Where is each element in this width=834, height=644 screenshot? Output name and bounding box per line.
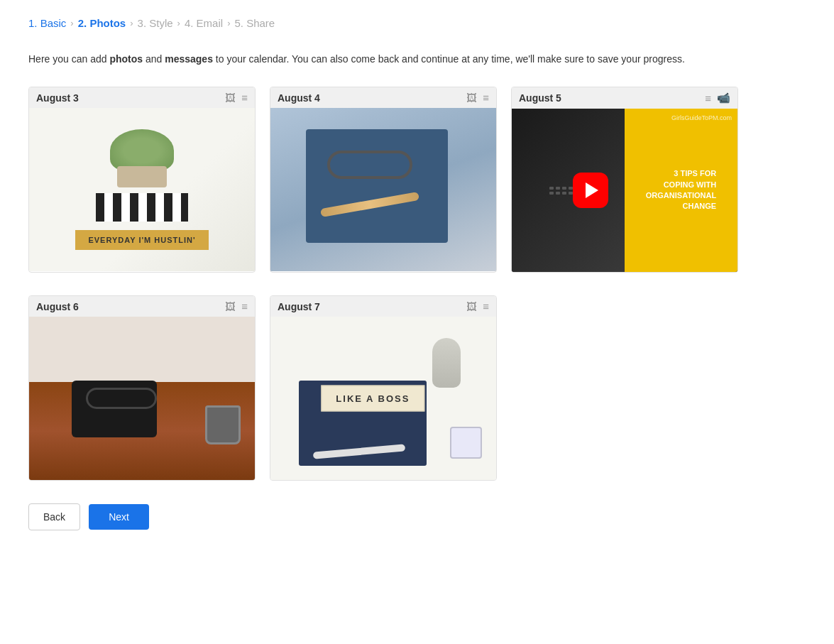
card-icons-aug6: 🖼 ≡ — [225, 300, 248, 312]
stripes-decoration — [96, 193, 188, 222]
card-header-aug4: August 4 🖼 ≡ — [270, 87, 496, 108]
card-image-aug5: 3 TIPS FOR COPING WITH ORGANISATIONAL CH… — [512, 109, 737, 272]
photo-aug7: LIKE A BOSS — [270, 317, 496, 480]
card-date-aug6: August 6 — [36, 301, 79, 312]
calendar-grid-bottom: August 6 🖼 ≡ August 7 🖼 — [28, 295, 806, 481]
sign-aug3: EVERYDAY I'M HUSTLIN' — [75, 230, 208, 250]
menu-icon-aug4[interactable]: ≡ — [483, 92, 489, 104]
sign-aug7: LIKE A BOSS — [321, 386, 424, 412]
chevron-icon-3: › — [177, 18, 180, 28]
card-header-aug7: August 7 🖼 ≡ — [270, 296, 496, 317]
video-icon-aug5[interactable]: 📹 — [717, 92, 730, 104]
chevron-icon-1: › — [70, 18, 73, 28]
card-header-aug5: August 5 ≡ 📹 — [512, 87, 737, 109]
card-image-aug3: EVERYDAY I'M HUSTLIN' — [29, 108, 255, 271]
video-title-text: 3 TIPS FOR COPING WITH ORGANISATIONAL CH… — [646, 168, 716, 212]
intro-text: Here you can add photos and messages to … — [28, 52, 806, 67]
step-email: 4. Email — [185, 17, 223, 29]
card-header-aug6: August 6 🖼 ≡ — [29, 296, 255, 317]
card-aug4: August 4 🖼 ≡ — [270, 87, 497, 273]
chevron-icon-4: › — [227, 18, 230, 28]
card-image-aug7: LIKE A BOSS — [270, 317, 496, 480]
next-button[interactable]: Next — [89, 504, 149, 530]
card-date-aug5: August 5 — [519, 92, 561, 104]
card-image-aug6 — [29, 317, 255, 480]
photo-icon-aug3[interactable]: 🖼 — [225, 92, 236, 104]
vase-aug7 — [432, 338, 461, 388]
step-photos: 2. Photos — [78, 17, 126, 29]
video-aug5: 3 TIPS FOR COPING WITH ORGANISATIONAL CH… — [512, 109, 737, 272]
play-button-aug5[interactable] — [573, 173, 608, 208]
yellow-panel: 3 TIPS FOR COPING WITH ORGANISATIONAL CH… — [625, 109, 737, 272]
card-date-aug7: August 7 — [278, 301, 320, 312]
step-basic[interactable]: 1. Basic — [28, 17, 66, 29]
card-aug3: August 3 🖼 ≡ EVERYDAY I'M HUSTLIN' — [28, 87, 256, 273]
card-date-aug3: August 3 — [36, 92, 79, 104]
page-container: 1. Basic › 2. Photos › 3. Style › 4. Ema… — [0, 0, 834, 547]
step-style: 3. Style — [138, 17, 173, 29]
pot-decoration — [117, 166, 167, 187]
calendar-grid-top: August 3 🖼 ≡ EVERYDAY I'M HUSTLIN' Augus… — [28, 87, 806, 273]
card-date-aug4: August 4 — [278, 92, 320, 104]
menu-icon-aug5[interactable]: ≡ — [705, 92, 711, 104]
back-button[interactable]: Back — [28, 503, 80, 530]
menu-icon-aug6[interactable]: ≡ — [241, 300, 248, 312]
card-aug5: August 5 ≡ 📹 — [511, 87, 738, 273]
glasses-aug6 — [86, 388, 157, 409]
breadcrumb: 1. Basic › 2. Photos › 3. Style › 4. Ema… — [28, 17, 806, 29]
card-icons-aug3: 🖼 ≡ — [225, 92, 248, 104]
chevron-icon-2: › — [130, 18, 133, 28]
cup-aug6 — [205, 405, 241, 444]
card-aug6: August 6 🖼 ≡ — [28, 295, 256, 481]
photo-icon-aug6[interactable]: 🖼 — [225, 300, 236, 312]
video-site-label: GirlsGuideToPM.com — [671, 114, 732, 121]
mug-aug7 — [450, 427, 482, 459]
card-icons-aug4: 🖼 ≡ — [466, 92, 489, 104]
notebook-aug4 — [306, 129, 448, 243]
card-image-aug4 — [270, 108, 496, 271]
menu-icon-aug7[interactable]: ≡ — [483, 300, 489, 312]
photo-aug3: EVERYDAY I'M HUSTLIN' — [29, 108, 255, 271]
glasses-aug4 — [327, 151, 412, 179]
menu-icon-aug3[interactable]: ≡ — [241, 92, 248, 104]
card-aug7: August 7 🖼 ≡ LIKE A BOSS — [270, 295, 497, 481]
photo-icon-aug4[interactable]: 🖼 — [466, 92, 477, 104]
step-share: 5. Share — [234, 17, 275, 29]
plant-decoration — [110, 129, 174, 172]
card-icons-aug5: ≡ 📹 — [705, 92, 730, 104]
card-header-aug3: August 3 🖼 ≡ — [29, 87, 255, 108]
action-buttons: Back Next — [28, 503, 806, 530]
photo-aug6 — [29, 317, 255, 480]
card-icons-aug7: 🖼 ≡ — [466, 300, 489, 312]
photo-aug4 — [270, 108, 496, 271]
photo-icon-aug7[interactable]: 🖼 — [466, 300, 477, 312]
